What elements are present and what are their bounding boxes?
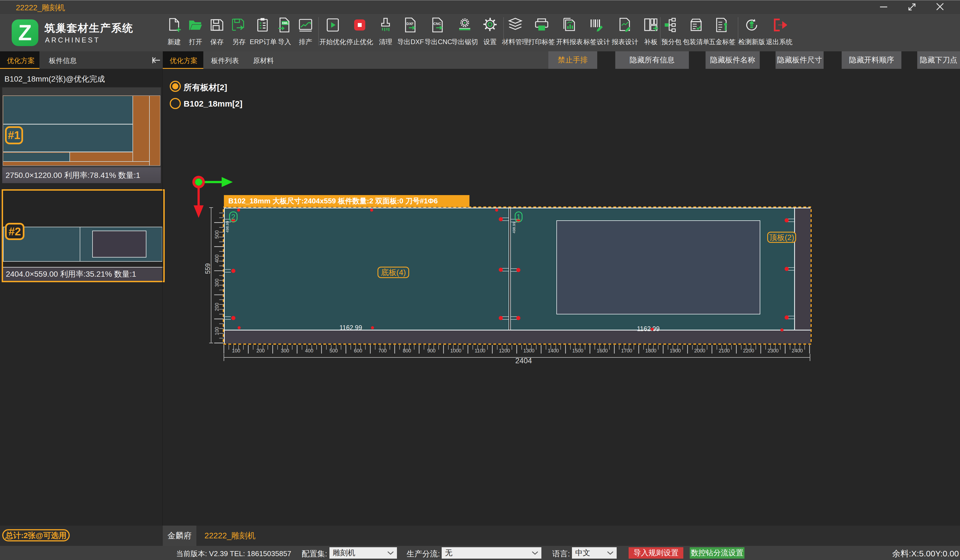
svg-text:1800: 1800 <box>645 348 656 354</box>
svg-text:100: 100 <box>214 327 220 335</box>
svg-text:200: 200 <box>214 303 220 311</box>
svg-text:498.99: 498.99 <box>512 222 516 233</box>
svg-text:100: 100 <box>232 348 240 354</box>
svg-text:1300: 1300 <box>523 348 534 354</box>
svg-text:500: 500 <box>214 230 220 239</box>
svg-text:1400: 1400 <box>548 348 559 354</box>
svg-text:900: 900 <box>427 348 435 354</box>
svg-text:200: 200 <box>256 348 265 354</box>
svg-text:1200: 1200 <box>499 348 510 354</box>
svg-text:498.99: 498.99 <box>225 221 229 232</box>
svg-text:1600: 1600 <box>597 348 608 354</box>
svg-text:2200: 2200 <box>743 348 754 354</box>
svg-text:1000: 1000 <box>450 348 461 354</box>
svg-text:300: 300 <box>281 348 289 354</box>
svg-text:500: 500 <box>330 348 338 354</box>
svg-text:559: 559 <box>204 263 211 274</box>
svg-text:800: 800 <box>403 348 411 354</box>
svg-text:400: 400 <box>214 254 220 263</box>
svg-text:1100: 1100 <box>475 348 486 354</box>
svg-text:600: 600 <box>354 348 362 354</box>
svg-text:2400: 2400 <box>792 348 803 354</box>
svg-text:300: 300 <box>214 279 220 287</box>
svg-text:2404: 2404 <box>515 357 532 365</box>
svg-text:2300: 2300 <box>768 348 779 354</box>
svg-text:2100: 2100 <box>718 348 730 354</box>
svg-text:400: 400 <box>305 348 313 354</box>
svg-text:2000: 2000 <box>694 348 705 354</box>
svg-text:700: 700 <box>378 348 387 354</box>
svg-text:1700: 1700 <box>621 348 632 354</box>
svg-text:1900: 1900 <box>670 348 681 354</box>
svg-text:1500: 1500 <box>572 348 583 354</box>
